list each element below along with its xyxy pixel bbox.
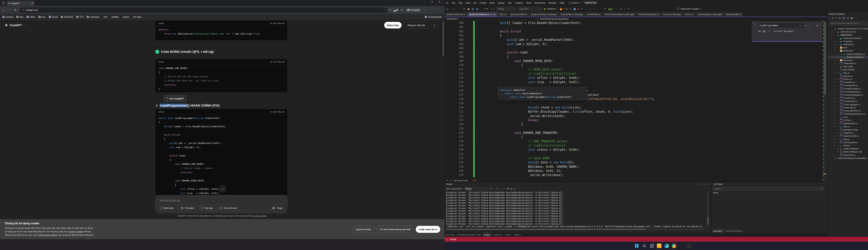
- navigate-forward-icon[interactable]: ⊙→: [453, 7, 457, 10]
- ask-chatgpt-tooltip[interactable]: ” Hỏi ChatGPT: [163, 95, 187, 102]
- document-tab[interactable]: FormCheckUpdate.cs [Design]⊹✕: [603, 12, 636, 17]
- solution-tree-item[interactable]: ▸FormPopupTestmode.cs: [828, 112, 868, 116]
- expand-icon[interactable]: ▸: [835, 87, 836, 90]
- code-cleanup-icon[interactable]: 🖉 ▾: [473, 179, 476, 182]
- expand-icon[interactable]: ▾: [835, 49, 836, 52]
- document-tab[interactable]: QualcommSahara.cs⊹✕: [467, 12, 498, 17]
- expand-icon[interactable]: ▸: [835, 81, 836, 84]
- output-source-dropdown[interactable]: Debug▾: [464, 187, 493, 191]
- copy-code-button[interactable]: ⧉Sao chép mã: [270, 111, 284, 113]
- solution-tree-item[interactable]: ▸+EDL.cs: [828, 71, 868, 74]
- translate-icon[interactable]: ⩎: [390, 9, 391, 11]
- bookmark-item[interactable]: Dev: [16, 16, 24, 18]
- fold-icon[interactable]: ⌄: [475, 63, 478, 67]
- platform-dropdown[interactable]: Any CPU▾: [518, 7, 542, 11]
- break-all-icon[interactable]: ▮▮: [574, 7, 575, 10]
- expand-icon[interactable]: ▸: [835, 62, 836, 65]
- solution-tree-item[interactable]: ▸✓Req.cs: [828, 138, 868, 141]
- match-case-toggle[interactable]: Aa: [758, 30, 761, 32]
- bookmark-item[interactable]: CS stats: [132, 16, 141, 18]
- wrap-icon[interactable]: ⇥: [500, 187, 502, 190]
- expand-icon[interactable]: ▸: [835, 93, 836, 96]
- browser-tab[interactable]: ✻ ChatGPT ✕: [7, 1, 34, 6]
- bookmark-item[interactable]: Android: [2, 16, 13, 18]
- model-switcher[interactable]: ChatGPT: [9, 24, 22, 27]
- fold-icon[interactable]: ⌄: [475, 131, 478, 135]
- solution-tree-item[interactable]: ▸✓Misc.cs: [828, 125, 868, 128]
- document-tab[interactable]: AndroidTab.cs⊹✕: [585, 12, 602, 17]
- code-editor[interactable]: 100 byte[] loader = File.ReadAllBytes(lo…: [444, 21, 823, 179]
- solution-tree-item[interactable]: ▸External Sources: [828, 30, 868, 33]
- solution-tree-item[interactable]: ▸MediatekTab.cs: [828, 122, 868, 125]
- composer[interactable]: Hỏi bất kỳ điều gì Đính kèmTìm kiếmHọc t…: [155, 195, 287, 213]
- solution-tree-item[interactable]: ▸✓FormCheckUpdate.cs: [828, 93, 868, 96]
- output-vscrollbar[interactable]: [707, 191, 709, 227]
- solution-tree[interactable]: Solution 'SamFwTool' (1 of 2 projects)▸E…: [828, 27, 868, 236]
- signup-button[interactable]: Đăng ký miễn phí: [404, 22, 429, 29]
- taskbar-app-icon[interactable]: [679, 244, 684, 248]
- solution-name-badge[interactable]: SamFwTool: [583, 1, 598, 4]
- comment-icon[interactable]: ≣: [620, 7, 622, 10]
- application-insights-button[interactable]: ⓘ Application Insights▾: [677, 7, 701, 10]
- stop-debug-icon[interactable]: ■: [578, 7, 579, 10]
- regex-toggle[interactable]: .*: [767, 30, 770, 32]
- save-all-icon[interactable]: ▥: [476, 7, 478, 10]
- expand-icon[interactable]: ▸: [835, 109, 836, 112]
- voice-button[interactable]: Thoại: [270, 205, 285, 211]
- solution-tree-item[interactable]: ▸data: [828, 46, 868, 49]
- composer-tool-chip[interactable]: Tìm kiếm: [178, 205, 196, 211]
- expand-icon[interactable]: ▸: [835, 122, 836, 125]
- taskbar-app-icon[interactable]: [642, 244, 647, 248]
- document-tab[interactable]: SamsungTab.cs⊹✕: [724, 12, 743, 17]
- menu-item[interactable]: Project: [478, 2, 488, 4]
- expand-icon[interactable]: ▸: [835, 106, 836, 109]
- pin-icon[interactable]: ⊹: [491, 13, 492, 16]
- tool-window-tab[interactable]: Locals: [504, 232, 513, 237]
- fold-icon[interactable]: ⌄: [475, 135, 478, 139]
- solution-explorer-search[interactable]: Search Solution Explorer (Ctrl+;): [829, 21, 868, 25]
- fold-icon[interactable]: ⌄: [475, 50, 478, 55]
- address-bar[interactable]: ≑ chatgpt.com ☆: [20, 7, 387, 13]
- maximize-button[interactable]: ▢: [428, 0, 436, 3]
- solution-config-dropdown[interactable]: Debug▾: [496, 7, 516, 11]
- minimize-button[interactable]: –: [866, 2, 868, 4]
- taskbar-app-icon[interactable]: [634, 244, 639, 248]
- solution-tree-item[interactable]: +shield.config.json.bak: [828, 150, 868, 153]
- spell-check-icon[interactable]: a̲b̲c̲✓: [608, 7, 614, 10]
- output-log[interactable]: Exception thrown: 'Microsoft.CSharp.Runt…: [446, 191, 705, 227]
- bookmark-item[interactable]: Admin: [122, 16, 129, 18]
- bookmark-item[interactable]: Automate: [87, 16, 99, 18]
- expand-icon[interactable]: ▸: [835, 119, 836, 122]
- solution-tree-item[interactable]: ▸Ini.cs: [828, 116, 868, 119]
- expand-icon[interactable]: ▸: [835, 154, 836, 157]
- expand-icon[interactable]: ▸: [829, 157, 831, 160]
- bookmark-item[interactable]: Other: [27, 16, 35, 18]
- accept-cookies-button[interactable]: Chấp nhận tất cả: [416, 226, 440, 233]
- taskbar-app-icon[interactable]: [687, 244, 691, 248]
- solution-tree-item[interactable]: ▸XiaomiTab.cs: [828, 154, 868, 157]
- solution-tree-item[interactable]: ▸Resources: [828, 59, 868, 62]
- menu-item[interactable]: Debug: [496, 2, 506, 4]
- taskbar-app-icon[interactable]: [694, 244, 699, 248]
- fold-icon[interactable]: ⌄: [475, 59, 478, 63]
- document-tab[interactable]: QualcommSerial.cs⊹✕: [444, 12, 467, 17]
- bookmark-item[interactable]: Gmail: [49, 16, 58, 18]
- panel-pin-icon[interactable]: ⊹: [704, 183, 705, 185]
- extensions-puzzle-icon[interactable]: ❖: [396, 8, 398, 12]
- bookmark-icon[interactable]: ⚑: [627, 7, 630, 10]
- solution-tree-item[interactable]: ▸✓QualcommTab.cs: [828, 134, 868, 137]
- solution-tree-item[interactable]: ▸FormBuyCredits.cs: [828, 87, 868, 90]
- document-tab[interactable]: FormCheckUpdate.cs⊹✕: [636, 12, 661, 17]
- menu-item[interactable]: Window: [547, 2, 558, 4]
- composer-tool-chip[interactable]: Tạo hình ảnh: [217, 205, 240, 211]
- solution-tree-item[interactable]: favicon.ico: [828, 74, 868, 77]
- menu-item[interactable]: View: [464, 2, 472, 4]
- solution-tree-item[interactable]: ▸FormLogin.cs: [828, 106, 868, 109]
- collapse-all-icon[interactable]: ⊟: [839, 17, 841, 19]
- document-tab[interactable]: EDL.cs⊹✕: [498, 12, 508, 17]
- solution-tree-item[interactable]: ▸FormCSC.cs: [828, 96, 868, 100]
- step-over-icon[interactable]: ↷: [593, 7, 595, 10]
- all-bookmarks[interactable]: All Bookmarks: [425, 16, 442, 18]
- solution-tree-item[interactable]: app.manifest: [828, 68, 868, 71]
- callstack-name-column[interactable]: Name: [713, 192, 824, 195]
